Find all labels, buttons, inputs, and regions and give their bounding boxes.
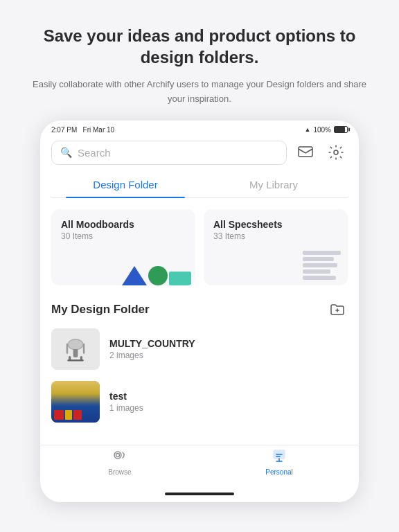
folder-info-multy: MULTY_COUNTRY 2 images — [109, 338, 195, 360]
specsheets-count: 33 Items — [213, 231, 338, 241]
folder-count-test: 1 images — [109, 403, 143, 413]
main-tabs: Design Folder My Library — [51, 172, 348, 198]
spec-line — [303, 251, 341, 255]
search-icon: 🔍 — [60, 147, 72, 158]
browse-icon — [112, 450, 128, 467]
battery-icon — [334, 126, 348, 133]
all-moodboards-card[interactable]: All Moodboards 30 Items — [51, 209, 195, 285]
svg-point-1 — [334, 150, 338, 154]
circle-shape — [148, 266, 168, 285]
folder-name-multy: MULTY_COUNTRY — [109, 338, 195, 349]
folder-info-test: test 1 images — [109, 391, 143, 413]
status-bar: 2:07 PM Fri Mar 10 ▲ 100% — [40, 121, 359, 136]
personal-label: Personal — [265, 468, 292, 476]
hero-section: Save your ideas and product options to d… — [0, 0, 399, 121]
folder-item-multy[interactable]: MULTY_COUNTRY 2 images — [51, 328, 348, 370]
svg-point-10 — [114, 452, 121, 459]
browse-label: Browse — [108, 468, 131, 476]
search-placeholder[interactable]: Search — [78, 147, 278, 159]
search-bar-row: 🔍 Search — [40, 136, 359, 172]
spec-line — [303, 263, 337, 267]
moodboards-title: All Moodboards — [61, 219, 186, 230]
device-frame: 2:07 PM Fri Mar 10 ▲ 100% 🔍 Search — [40, 121, 359, 502]
status-time: 2:07 PM Fri Mar 10 — [51, 126, 114, 134]
room-block — [65, 410, 72, 420]
search-input-wrapper[interactable]: 🔍 Search — [51, 141, 287, 165]
tab-bar-personal[interactable]: Personal — [200, 450, 359, 476]
folder-thumbnail-chair — [51, 328, 100, 370]
home-indicator — [40, 483, 359, 502]
specsheets-title: All Specsheets — [213, 219, 338, 230]
moodboards-count: 30 Items — [61, 231, 186, 241]
tab-bar-browse[interactable]: Browse — [40, 450, 200, 476]
folder-thumbnail-room — [51, 381, 100, 423]
triangle-shape — [122, 266, 147, 285]
svg-rect-3 — [73, 349, 78, 357]
settings-button[interactable] — [324, 141, 348, 164]
svg-rect-6 — [67, 360, 83, 362]
design-folder-header: My Design Folder — [51, 299, 348, 320]
folder-count-multy: 2 images — [109, 351, 195, 360]
personal-icon — [271, 450, 287, 467]
svg-rect-0 — [299, 147, 312, 157]
chair-icon — [58, 332, 93, 366]
hero-subtitle: Easily collaborate with other Archify us… — [28, 78, 371, 107]
status-right: ▲ 100% — [305, 126, 348, 134]
spec-line — [303, 269, 330, 274]
home-bar — [165, 493, 234, 495]
folder-item-test[interactable]: test 1 images — [51, 381, 348, 423]
tab-my-library[interactable]: My Library — [200, 172, 348, 197]
tab-design-folder[interactable]: Design Folder — [51, 172, 200, 197]
svg-rect-8 — [83, 344, 85, 354]
room-block — [54, 410, 64, 420]
specsheets-illustration — [303, 245, 348, 285]
tab-bar: Browse Personal — [40, 445, 359, 483]
spec-line — [303, 257, 334, 261]
moodboards-illustration — [122, 266, 195, 285]
svg-rect-7 — [66, 344, 69, 354]
all-specsheets-card[interactable]: All Specsheets 33 Items — [204, 209, 348, 285]
room-block — [73, 410, 82, 420]
hero-title: Save your ideas and product options to d… — [28, 25, 371, 68]
folder-name-test: test — [109, 391, 143, 402]
svg-point-9 — [69, 340, 82, 349]
rect-shape — [169, 272, 191, 285]
wifi-icon: ▲ — [305, 126, 311, 133]
content-area: All Moodboards 30 Items All Specsheets 3… — [40, 198, 359, 445]
battery-level: 100% — [313, 126, 331, 134]
design-folder-title: My Design Folder — [51, 303, 150, 317]
messages-button[interactable] — [294, 141, 317, 164]
quick-links-grid: All Moodboards 30 Items All Specsheets 3… — [51, 209, 348, 285]
spec-line — [303, 276, 336, 280]
svg-point-11 — [116, 453, 120, 456]
add-folder-button[interactable] — [327, 299, 348, 320]
